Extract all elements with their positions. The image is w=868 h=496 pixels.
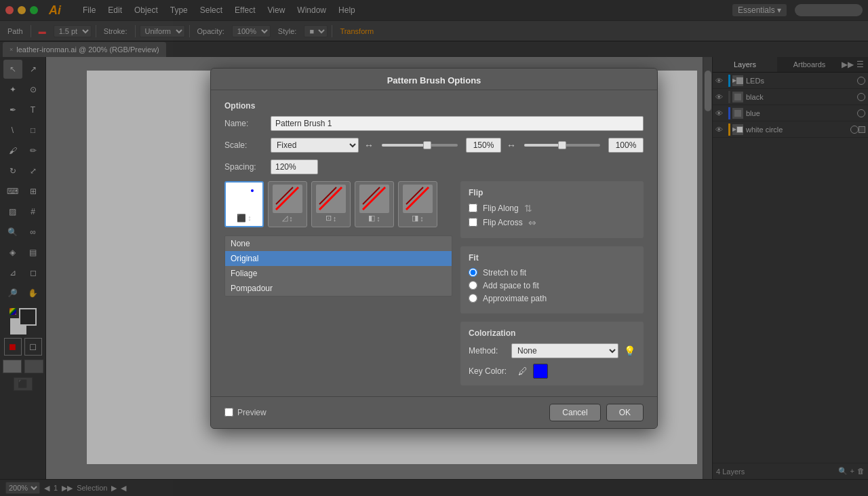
fit-title: Fit — [469, 253, 635, 263]
list-item-pompadour[interactable]: Pompadour — [225, 281, 452, 296]
name-input[interactable] — [271, 116, 644, 131]
tile-button-2[interactable]: ⊡ ↕ — [311, 181, 351, 227]
list-item-original[interactable]: Original — [225, 251, 452, 266]
preview-checkbox[interactable] — [224, 408, 233, 417]
tile-arrow-2: ↕ — [333, 214, 337, 223]
stretch-label: Stretch to fit — [483, 268, 526, 278]
tile-button-4[interactable]: ◨ ↕ — [398, 181, 437, 227]
colorization-title: Colorization — [469, 328, 635, 338]
approx-label: Approximate path — [483, 294, 547, 303]
stretch-radio[interactable] — [469, 268, 477, 277]
left-pane: ⬛ ↕ ◿ — [224, 181, 452, 385]
spacing-input[interactable] — [271, 159, 318, 174]
flip-along-label: Flip Along — [483, 204, 519, 213]
tile-preview-1 — [273, 185, 302, 214]
flip-across-icon: ⇔ — [528, 217, 536, 228]
spacing-row: Spacing: — [224, 159, 644, 174]
eyedropper-icon[interactable]: 💡 — [624, 345, 635, 356]
add-space-label: Add space to fit — [483, 281, 539, 290]
tile-row: ⬛ ↕ ◿ — [224, 181, 452, 227]
tile-icon-0: ⬛ — [237, 214, 246, 223]
scale-icon2: ↔ — [507, 140, 516, 151]
tile-button-1[interactable]: ◿ ↕ — [268, 181, 307, 227]
tile-icon-3: ◧ — [368, 214, 375, 223]
pattern-brush-dialog: Pattern Brush Options Options Name: Scal… — [210, 68, 658, 429]
flip-along-icon: ⇅ — [524, 203, 532, 214]
scale-value1-input[interactable] — [466, 138, 501, 153]
tile-button-3[interactable]: ◧ ↕ — [355, 181, 394, 227]
tile-preview-3 — [359, 185, 389, 214]
flip-section: Flip Flip Along ⇅ Flip Across ⇔ — [460, 181, 644, 238]
tile-arrow-4: ↕ — [420, 214, 424, 223]
keycolor-row: Key Color: 🖊 — [469, 364, 635, 379]
flip-along-row: Flip Along ⇅ — [469, 203, 635, 214]
content-area: ⬛ ↕ ◿ — [224, 181, 644, 385]
tile-icon-row-3: ◧ ↕ — [368, 213, 380, 223]
method-label: Method: — [469, 346, 506, 356]
svg-line-0 — [276, 187, 298, 210]
scale-slider2[interactable] — [524, 144, 600, 147]
tile-icon-2: ⊡ — [326, 214, 332, 223]
scale-slider2-thumb[interactable] — [558, 141, 566, 149]
keycolor-label: Key Color: — [469, 366, 513, 376]
dialog-title: Pattern Brush Options — [387, 75, 481, 85]
add-space-row: Add space to fit — [469, 281, 635, 290]
keycolor-swatch[interactable] — [533, 364, 548, 379]
options-list: None Original Foliage Pompadour — [224, 235, 452, 297]
preview-label: Preview — [237, 408, 267, 417]
svg-line-6 — [406, 187, 429, 210]
add-space-radio[interactable] — [469, 281, 477, 290]
tile-preview-4 — [403, 185, 433, 214]
preview-checkbox-row: Preview — [224, 408, 267, 417]
dialog-body: Options Name: Scale: Fixed ↔ ↔ — [211, 90, 657, 396]
scale-label: Scale: — [224, 140, 265, 150]
name-row: Name: — [224, 116, 644, 131]
colorization-section: Colorization Method: None 💡 Key Color: 🖊 — [460, 322, 644, 385]
method-row: Method: None 💡 — [469, 343, 635, 358]
tile-preview-2 — [316, 185, 346, 214]
list-item-foliage[interactable]: Foliage — [225, 266, 452, 281]
tile-preview-0 — [229, 185, 259, 213]
flip-along-checkbox[interactable] — [469, 204, 477, 212]
right-pane: Flip Flip Along ⇅ Flip Across ⇔ — [460, 181, 644, 385]
tile-arrow-0: ↕ — [248, 214, 252, 222]
ok-button[interactable]: OK — [606, 404, 644, 421]
tile-icon-row-4: ◨ ↕ — [412, 213, 424, 223]
approx-radio[interactable] — [469, 294, 477, 303]
dialog-buttons: Cancel OK — [549, 404, 644, 421]
svg-line-4 — [363, 187, 385, 210]
scale-row: Scale: Fixed ↔ ↔ — [224, 138, 644, 153]
modal-overlay: Pattern Brush Options Options Name: Scal… — [0, 0, 868, 496]
flip-across-row: Flip Across ⇔ — [469, 217, 635, 228]
flip-across-checkbox[interactable] — [469, 218, 477, 227]
scale-slider1[interactable] — [382, 144, 458, 147]
tile-icon-4: ◨ — [412, 214, 418, 223]
keycolor-eyedropper[interactable]: 🖊 — [518, 366, 528, 377]
options-section-label: Options — [224, 101, 644, 111]
tile-arrow-1: ↕ — [289, 214, 293, 223]
name-label: Name: — [224, 119, 265, 128]
tile-arrow-3: ↕ — [376, 214, 380, 223]
tile-button-0[interactable]: ⬛ ↕ — [224, 181, 264, 227]
tile-icon-row-0: ⬛ ↕ — [237, 213, 252, 223]
stretch-row: Stretch to fit — [469, 268, 635, 278]
flip-title: Flip — [469, 188, 635, 197]
scale-icon1: ↔ — [364, 140, 374, 151]
scale-select[interactable]: Fixed — [271, 138, 359, 153]
tile-icon-1: ◿ — [282, 214, 288, 223]
dialog-bottom: Preview Cancel OK — [211, 396, 657, 428]
scale-value2-input[interactable] — [608, 138, 644, 153]
flip-across-label: Flip Across — [483, 218, 523, 227]
scale-slider1-thumb[interactable] — [423, 141, 431, 149]
fit-section: Fit Stretch to fit Add space to fit Appr… — [460, 246, 644, 313]
list-item-none[interactable]: None — [225, 236, 452, 251]
svg-line-2 — [319, 187, 342, 210]
tile-icon-row-2: ⊡ ↕ — [326, 213, 337, 223]
dialog-titlebar: Pattern Brush Options — [211, 69, 657, 90]
approx-row: Approximate path — [469, 294, 635, 303]
spacing-label: Spacing: — [224, 162, 265, 172]
tile-icon-row-1: ◿ ↕ — [282, 213, 293, 223]
method-select[interactable]: None — [511, 343, 618, 358]
cancel-button[interactable]: Cancel — [549, 404, 600, 421]
